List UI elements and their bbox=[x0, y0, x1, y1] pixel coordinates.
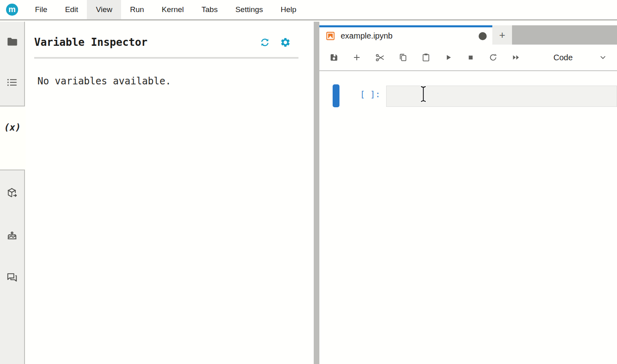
menu-view[interactable]: View bbox=[87, 0, 121, 19]
restart-kernel-button[interactable] bbox=[488, 53, 498, 62]
variable-inspector-panel: Variable Inspector No variables availabl… bbox=[26, 22, 314, 364]
logo-letter: m bbox=[8, 5, 16, 14]
plus-icon: + bbox=[499, 29, 505, 41]
interrupt-kernel-button[interactable] bbox=[466, 53, 475, 62]
refresh-icon[interactable] bbox=[259, 37, 270, 48]
panel-header-icons bbox=[259, 37, 291, 48]
save-icon bbox=[329, 53, 339, 62]
menu-kernel[interactable]: Kernel bbox=[153, 0, 193, 19]
paste-icon bbox=[421, 53, 431, 62]
menu-run[interactable]: Run bbox=[121, 0, 153, 19]
chevron-down-icon bbox=[598, 53, 607, 62]
code-cell: [ ]: bbox=[319, 84, 617, 107]
file-browser-folder-icon[interactable] bbox=[6, 36, 18, 48]
cell-type-dropdown[interactable]: Code bbox=[553, 53, 573, 62]
dock-tab-bar: example.ipynb + bbox=[319, 25, 617, 45]
cell-type-dropdown-arrow[interactable] bbox=[598, 53, 607, 62]
extension-cube-icon[interactable] bbox=[6, 187, 18, 199]
run-icon bbox=[444, 53, 453, 62]
tab-title: example.ipynb bbox=[341, 31, 393, 41]
restart-run-all-button[interactable] bbox=[511, 53, 521, 62]
sidebar-bottom-section bbox=[0, 170, 25, 364]
active-cell-indicator[interactable] bbox=[333, 84, 339, 107]
copy-icon bbox=[398, 53, 408, 62]
unsaved-changes-dot[interactable] bbox=[479, 32, 487, 40]
menu-settings[interactable]: Settings bbox=[226, 0, 272, 19]
restart-icon bbox=[488, 53, 498, 62]
jupyterlab-window: m File Edit View Run Kernel Tabs Setting… bbox=[0, 0, 617, 364]
notebook-tab[interactable]: example.ipynb bbox=[319, 25, 492, 45]
notebook-toolbar: Code bbox=[319, 45, 617, 71]
stop-icon bbox=[466, 53, 475, 62]
cut-cells-button[interactable] bbox=[375, 53, 385, 63]
variables-x-icon: (x) bbox=[4, 122, 21, 133]
cell-prompt: [ ]: bbox=[360, 84, 380, 99]
variable-inspector-header: Variable Inspector bbox=[26, 22, 314, 48]
cell-editor[interactable] bbox=[386, 86, 617, 107]
running-sessions-list-icon[interactable] bbox=[6, 76, 18, 88]
cake-icon[interactable] bbox=[6, 229, 18, 241]
menu-bar: m File Edit View Run Kernel Tabs Setting… bbox=[0, 0, 617, 20]
copy-cells-button[interactable] bbox=[398, 53, 408, 62]
menu-items: File Edit View Run Kernel Tabs Settings … bbox=[26, 0, 305, 19]
menu-tabs[interactable]: Tabs bbox=[193, 0, 226, 19]
sidebar-variable-inspector-tab[interactable]: (x) bbox=[0, 106, 25, 148]
panel-title: Variable Inspector bbox=[34, 36, 259, 48]
no-variables-message: No variables available. bbox=[37, 76, 314, 87]
add-icon bbox=[352, 53, 362, 62]
insert-cell-button[interactable] bbox=[352, 53, 362, 62]
panel-divider bbox=[34, 57, 298, 59]
save-button[interactable] bbox=[329, 53, 339, 62]
settings-gear-icon[interactable] bbox=[280, 37, 291, 48]
cell-type-value: Code bbox=[553, 53, 573, 62]
cut-icon bbox=[375, 53, 385, 63]
menu-help[interactable]: Help bbox=[272, 0, 305, 19]
paste-cells-button[interactable] bbox=[421, 53, 431, 62]
notebook-panel: example.ipynb + bbox=[319, 22, 617, 364]
fast-forward-icon bbox=[511, 53, 521, 62]
left-sidebar: (x) bbox=[0, 22, 25, 364]
new-tab-button[interactable]: + bbox=[492, 25, 512, 45]
menu-file[interactable]: File bbox=[26, 0, 56, 19]
notebook-file-icon bbox=[326, 31, 335, 41]
app-logo: m bbox=[6, 4, 18, 16]
menu-edit[interactable]: Edit bbox=[56, 0, 87, 19]
chat-icon[interactable] bbox=[6, 271, 18, 283]
sidebar-top-section bbox=[0, 22, 25, 106]
tab-bar-empty-space bbox=[512, 25, 617, 45]
run-cell-button[interactable] bbox=[444, 53, 453, 62]
panel-splitter[interactable] bbox=[314, 22, 319, 364]
